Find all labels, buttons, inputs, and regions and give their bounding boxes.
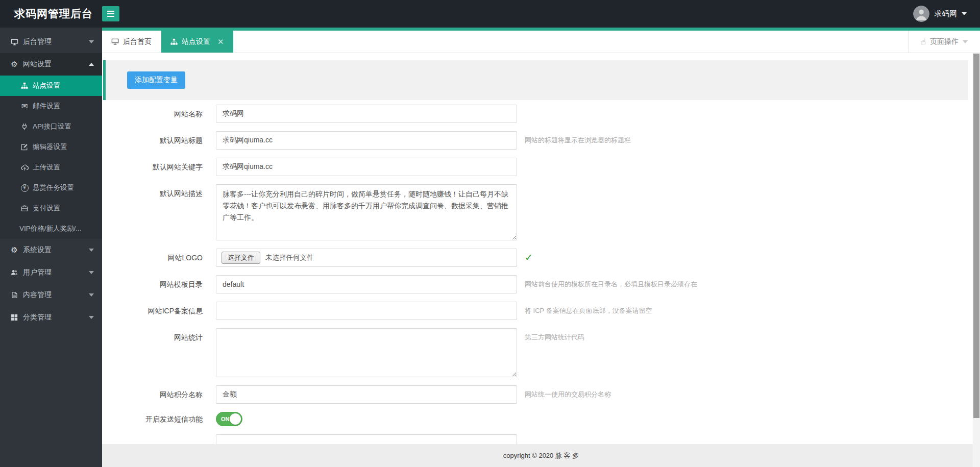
sidebar-item-upload-settings[interactable]: 上传设置 xyxy=(0,157,102,178)
content-pane: 添加配置变量 网站名称 默认网站标题 网站的标题将显示在浏览器的标题栏 默认网站… xyxy=(102,53,980,467)
template-dir-input[interactable] xyxy=(216,275,517,293)
chevron-down-icon xyxy=(963,40,968,43)
site-title-input[interactable] xyxy=(216,131,517,150)
plug-icon xyxy=(19,123,30,130)
sidebar-item-label: 内容管理 xyxy=(23,290,52,300)
field-label: 默认网站关键字 xyxy=(102,158,209,176)
site-description-textarea[interactable]: 脉客多---让你充分利用自己的碎片时间，做简单悬赏任务，随时随地赚钱！让自己每月… xyxy=(216,184,517,240)
icp-record-input[interactable] xyxy=(216,302,517,320)
sidebar-item-label: 网站设置 xyxy=(23,60,52,69)
sidebar-item-mail-settings[interactable]: ✉ 邮件设置 xyxy=(0,96,102,116)
desktop-icon xyxy=(111,38,119,45)
user-name: 求码网 xyxy=(934,9,957,19)
mail-icon: ✉ xyxy=(19,103,30,110)
tab-label: 站点设置 xyxy=(182,37,210,46)
sidebar-item-label: 悬赏任务设置 xyxy=(33,183,74,192)
sidebar: 后台管理 ⚙ 网站设置 站点设置 ✉ 邮件设置 xyxy=(0,28,102,467)
field-hint: 网站的标题将显示在浏览器的标题栏 xyxy=(525,131,631,150)
form-row: 开启发送短信功能 ON xyxy=(102,412,980,426)
form-row: 网站LOGO 选择文件 未选择任何文件 ✓ xyxy=(102,249,980,267)
sidebar-item-site-settings-group[interactable]: ⚙ 网站设置 xyxy=(0,53,102,76)
field-hint: 第三方网站统计代码 xyxy=(525,328,584,347)
page-actions-label: 页面操作 xyxy=(930,37,959,46)
wallet-icon xyxy=(19,205,30,212)
sitemap-icon xyxy=(170,38,178,45)
sidebar-item-vip-price-rewards[interactable]: VIP价格/新人奖励/... xyxy=(0,218,102,239)
avatar xyxy=(913,6,929,22)
gear-icon: ⚙ xyxy=(9,247,19,254)
tab-dashboard[interactable]: 后台首页 xyxy=(102,31,161,53)
sidebar-item-label: 后台管理 xyxy=(23,37,52,46)
logo-file-input[interactable]: 选择文件 未选择任何文件 xyxy=(216,249,517,267)
add-config-variable-button[interactable]: 添加配置变量 xyxy=(127,71,185,89)
sidebar-item-site-config[interactable]: 站点设置 xyxy=(0,76,102,96)
field-hint: 网站前台使用的模板所在目录名，必填且模板目录必须存在 xyxy=(525,275,697,293)
site-config-form: 网站名称 默认网站标题 网站的标题将显示在浏览器的标题栏 默认网站关键字 默认网… xyxy=(102,105,980,453)
chevron-down-icon xyxy=(89,293,94,297)
page-actions-dropdown[interactable]: ☝ 页面操作 xyxy=(908,31,980,53)
chevron-down-icon xyxy=(89,40,94,43)
sidebar-item-content-management[interactable]: 内容管理 xyxy=(0,284,102,306)
main-area: 后台首页 站点设置 ✕ ☝ 页面操作 添加配置变量 xyxy=(102,28,980,467)
toggle-state-label: ON xyxy=(221,416,230,422)
field-label: 默认网站描述 xyxy=(102,184,209,203)
form-row: 默认网站描述 脉客多---让你充分利用自己的碎片时间，做简单悬赏任务，随时随地赚… xyxy=(102,184,980,240)
hamburger-icon xyxy=(107,11,115,17)
form-row: 网站ICP备案信息 将 ICP 备案信息在页面底部，没备案请留空 xyxy=(102,302,980,320)
field-label: 网站积分名称 xyxy=(102,385,209,404)
close-icon[interactable]: ✕ xyxy=(217,38,224,45)
chevron-up-icon xyxy=(89,63,94,66)
sidebar-item-backend[interactable]: 后台管理 xyxy=(0,31,102,53)
document-icon xyxy=(9,291,19,299)
form-row: 默认网站标题 网站的标题将显示在浏览器的标题栏 xyxy=(102,131,980,150)
scrollbar[interactable] xyxy=(973,53,980,467)
yen-icon: ¥ xyxy=(19,184,30,192)
sitemap-icon xyxy=(19,82,30,89)
site-settings-submenu: 站点设置 ✉ 邮件设置 API接口设置 编辑器设置 xyxy=(0,76,102,239)
sidebar-item-payment-settings[interactable]: 支付设置 xyxy=(0,198,102,218)
credit-name-input[interactable] xyxy=(216,385,517,404)
app-title: 求码网管理后台 xyxy=(0,7,102,21)
toggle-knob xyxy=(230,413,241,425)
app-window: 求码网管理后台 求码网 后台管理 ⚙ xyxy=(0,0,980,467)
top-header: 求码网管理后台 求码网 xyxy=(0,0,980,28)
grid-icon xyxy=(9,314,19,321)
tab-site-config[interactable]: 站点设置 ✕ xyxy=(161,31,233,53)
site-keywords-input[interactable] xyxy=(216,158,517,176)
form-row: 网站名称 xyxy=(102,105,980,123)
sidebar-item-system-settings[interactable]: ⚙ 系统设置 xyxy=(0,239,102,261)
sidebar-item-label: 分类管理 xyxy=(23,313,52,322)
sidebar-item-editor-settings[interactable]: 编辑器设置 xyxy=(0,137,102,157)
form-row: 默认网站关键字 xyxy=(102,158,980,176)
chevron-down-icon xyxy=(89,249,94,252)
sidebar-item-label: 邮件设置 xyxy=(33,102,60,111)
user-menu[interactable]: 求码网 xyxy=(913,6,980,22)
sidebar-item-bounty-task-settings[interactable]: ¥ 悬赏任务设置 xyxy=(0,178,102,198)
form-row: 网站统计 第三方网站统计代码 xyxy=(102,328,980,377)
sidebar-item-label: 站点设置 xyxy=(33,81,60,90)
sidebar-item-category-management[interactable]: 分类管理 xyxy=(0,306,102,329)
chevron-down-icon xyxy=(962,12,967,15)
sidebar-item-api-settings[interactable]: API接口设置 xyxy=(0,116,102,137)
toolbar-panel: 添加配置变量 xyxy=(103,60,968,100)
tab-label: 后台首页 xyxy=(123,37,152,46)
site-name-input[interactable] xyxy=(216,105,517,123)
hand-pointer-icon: ☝ xyxy=(921,37,926,46)
form-row: 网站模板目录 网站前台使用的模板所在目录名，必填且模板目录必须存在 xyxy=(102,275,980,293)
sidebar-item-label: 上传设置 xyxy=(33,163,60,172)
field-label: 默认网站标题 xyxy=(102,131,209,150)
chevron-down-icon xyxy=(89,271,94,274)
copyright-text: copyright © 2020 脉 客 多 xyxy=(503,451,579,460)
sidebar-toggle-button[interactable] xyxy=(102,6,119,21)
scrollbar-thumb[interactable] xyxy=(973,54,979,418)
chevron-down-icon xyxy=(89,316,94,319)
sidebar-item-label: 系统设置 xyxy=(23,245,52,255)
sidebar-item-user-management[interactable]: 用户管理 xyxy=(0,261,102,284)
site-statistics-textarea[interactable] xyxy=(216,328,517,377)
choose-file-button[interactable]: 选择文件 xyxy=(222,252,260,264)
field-hint: 网站统一使用的交易积分名称 xyxy=(525,385,611,404)
page-footer: copyright © 2020 脉 客 多 xyxy=(102,444,980,467)
sms-toggle[interactable]: ON xyxy=(216,412,242,426)
check-icon: ✓ xyxy=(525,249,533,267)
field-label: 网站模板目录 xyxy=(102,275,209,293)
